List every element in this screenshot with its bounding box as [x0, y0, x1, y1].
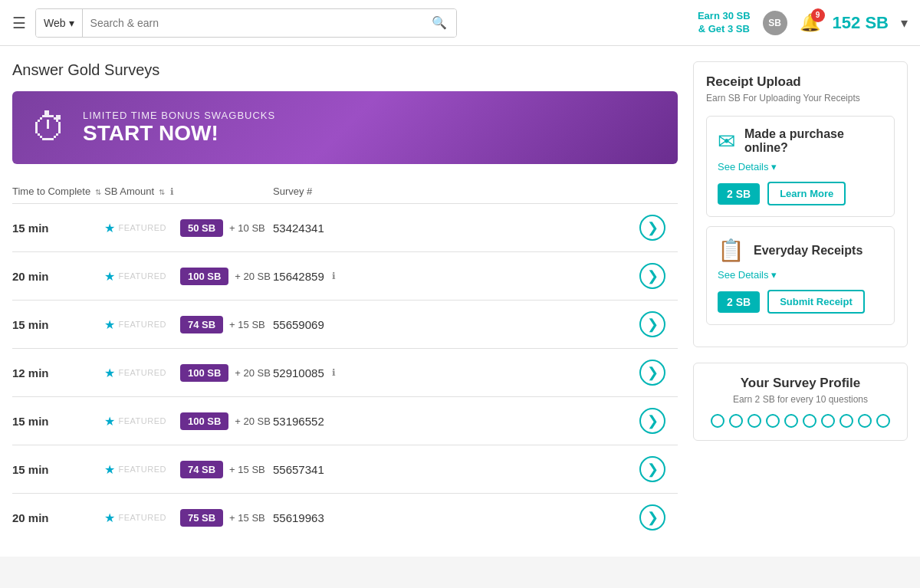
featured-label: ★ FEATURED: [104, 462, 166, 477]
document-icon: 📋: [718, 238, 744, 263]
everyday-receipts-title: Everyday Receipts: [754, 244, 863, 258]
avatar[interactable]: SB: [763, 11, 787, 35]
survey-go-action: ❯: [639, 311, 678, 337]
survey-go-button[interactable]: ❯: [639, 263, 665, 289]
col-survey-header: Survey #: [273, 186, 678, 197]
featured-label: ★ FEATURED: [104, 366, 166, 380]
survey-go-button[interactable]: ❯: [639, 408, 665, 434]
sb-badge: 100 SB: [180, 268, 228, 285]
survey-amount-cell: ★ FEATURED 74 SB + 15 SB: [104, 316, 273, 333]
submit-receipt-button[interactable]: Submit Receipt: [767, 290, 865, 314]
survey-go-action: ❯: [639, 360, 678, 386]
survey-time: 12 min: [12, 366, 104, 379]
table-row: 20 min ★ FEATURED 75 SB + 15 SB 55619963…: [12, 494, 678, 541]
info-icon[interactable]: ℹ: [332, 367, 336, 378]
receipt-upload-title: Receipt Upload: [706, 74, 895, 90]
table-row: 20 min ★ FEATURED 100 SB + 20 SB 1564285…: [12, 252, 678, 301]
search-input[interactable]: [83, 17, 422, 29]
search-bar: Web ▾ 🔍: [35, 8, 457, 38]
survey-number: 53196552: [273, 415, 639, 428]
clock-icon: ⏱: [31, 107, 67, 149]
chevron-down-icon: ▾: [69, 17, 74, 29]
survey-amount-cell: ★ FEATURED 74 SB + 15 SB: [104, 461, 273, 478]
everyday-see-details[interactable]: See Details ▾: [718, 269, 883, 281]
survey-amount-cell: ★ FEATURED 75 SB + 15 SB: [104, 509, 273, 527]
survey-banner[interactable]: ⏱ LIMITED TIME BONUS SWAGBUCKS START NOW…: [12, 91, 678, 164]
sb-badge: 74 SB: [180, 316, 223, 333]
survey-amount-cell: ★ FEATURED 100 SB + 20 SB: [104, 364, 273, 382]
profile-dot: [784, 414, 798, 428]
survey-go-button[interactable]: ❯: [639, 456, 665, 482]
survey-list: 15 min ★ FEATURED 50 SB + 10 SB 53424341…: [12, 204, 678, 541]
survey-time: 15 min: [12, 318, 104, 331]
receipt-upload-subtitle: Earn SB For Uploading Your Receipts: [706, 93, 895, 103]
search-dropdown[interactable]: Web ▾: [36, 9, 83, 37]
profile-dot: [876, 414, 890, 428]
notification-badge: 9: [811, 8, 825, 22]
survey-time: 20 min: [12, 511, 104, 524]
table-row: 15 min ★ FEATURED 50 SB + 10 SB 53424341…: [12, 204, 678, 252]
survey-profile-subtitle: Earn 2 SB for every 10 questions: [706, 394, 895, 405]
content-area: Answer Gold Surveys ⏱ LIMITED TIME BONUS…: [12, 61, 678, 541]
profile-dot: [711, 414, 724, 428]
profile-dot: [803, 414, 816, 428]
survey-number: 55657341: [273, 463, 639, 476]
learn-more-button[interactable]: Learn More: [767, 182, 846, 205]
col-time-header[interactable]: Time to Complete ⇅: [12, 186, 104, 197]
online-see-details[interactable]: See Details ▾: [718, 161, 883, 172]
online-actions: 2 SB Learn More: [718, 182, 883, 205]
info-icon[interactable]: ℹ: [332, 271, 336, 281]
sort-icon-2: ⇅: [159, 188, 165, 196]
star-icon: ★: [104, 317, 116, 332]
survey-go-action: ❯: [639, 263, 678, 289]
sb-badge: 75 SB: [180, 509, 223, 527]
receipt-upload-card: Receipt Upload Earn SB For Uploading You…: [693, 61, 908, 347]
sb-badge: 50 SB: [180, 219, 223, 237]
survey-time: 15 min: [12, 415, 104, 428]
survey-profile-title: Your Survey Profile: [706, 376, 895, 391]
notification-bell[interactable]: 🔔 9: [800, 13, 820, 33]
chevron-down-icon-2: ▾: [771, 269, 777, 281]
balance-dropdown-icon[interactable]: ▾: [901, 15, 908, 31]
earn-sb-promo[interactable]: Earn 30 SB & Get 3 SB: [698, 10, 751, 36]
featured-label: ★ FEATURED: [104, 269, 166, 284]
star-icon: ★: [104, 221, 116, 235]
profile-dots: [706, 414, 895, 428]
online-purchase-option: ✉ Made a purchase online? See Details ▾ …: [706, 116, 895, 217]
header-right: Earn 30 SB & Get 3 SB SB 🔔 9 152 SB ▾: [698, 10, 908, 36]
featured-label: ★ FEATURED: [104, 221, 166, 235]
survey-number: 55619963: [273, 511, 639, 524]
survey-amount-cell: ★ FEATURED 100 SB + 20 SB: [104, 268, 273, 285]
profile-dot: [821, 414, 835, 428]
profile-dot: [766, 414, 780, 428]
survey-time: 15 min: [12, 222, 104, 235]
search-button[interactable]: 🔍: [422, 9, 456, 37]
search-type-label: Web: [44, 17, 66, 29]
survey-go-button[interactable]: ❯: [639, 311, 665, 337]
survey-go-button[interactable]: ❯: [639, 504, 665, 531]
survey-go-button[interactable]: ❯: [639, 215, 665, 241]
survey-profile-card: Your Survey Profile Earn 2 SB for every …: [693, 363, 908, 441]
star-icon: ★: [104, 366, 116, 380]
info-icon[interactable]: ℹ: [170, 186, 174, 197]
star-icon: ★: [104, 414, 116, 429]
sb-balance[interactable]: 152 SB: [833, 13, 889, 33]
star-icon: ★: [104, 269, 116, 284]
featured-label: ★ FEATURED: [104, 317, 166, 332]
profile-dot: [729, 414, 743, 428]
hamburger-menu[interactable]: ☰: [12, 14, 26, 32]
envelope-icon: ✉: [718, 129, 735, 154]
sidebar: Receipt Upload Earn SB For Uploading You…: [693, 61, 908, 541]
survey-time: 15 min: [12, 463, 104, 476]
table-row: 15 min ★ FEATURED 100 SB + 20 SB 5319655…: [12, 397, 678, 445]
survey-go-action: ❯: [639, 408, 678, 434]
col-amount-header[interactable]: SB Amount ⇅ ℹ: [104, 186, 273, 197]
banner-text: LIMITED TIME BONUS SWAGBUCKS START NOW!: [83, 110, 275, 146]
bonus-sb: + 20 SB: [235, 367, 271, 379]
survey-go-action: ❯: [639, 215, 678, 241]
featured-label: ★ FEATURED: [104, 511, 166, 525]
survey-number: 55659069: [273, 318, 639, 331]
sb-badge: 100 SB: [180, 364, 228, 382]
bonus-sb: + 10 SB: [229, 222, 265, 234]
survey-go-button[interactable]: ❯: [639, 360, 665, 386]
